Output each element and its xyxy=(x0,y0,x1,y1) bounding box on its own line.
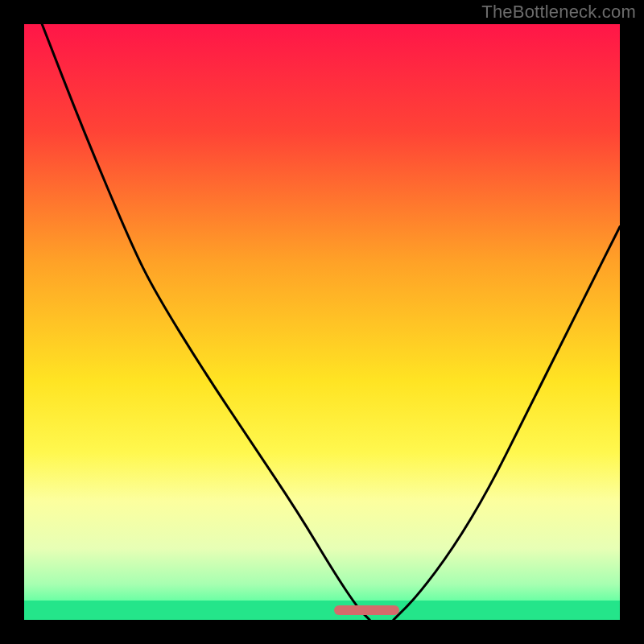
plot-area xyxy=(24,24,620,620)
curve-left-branch xyxy=(42,24,369,620)
watermark-text: TheBottleneck.com xyxy=(481,2,636,23)
bottleneck-curve xyxy=(24,24,620,620)
chart-root: TheBottleneck.com xyxy=(0,0,644,644)
minimum-marker xyxy=(334,605,399,615)
curve-right-branch xyxy=(394,227,620,620)
